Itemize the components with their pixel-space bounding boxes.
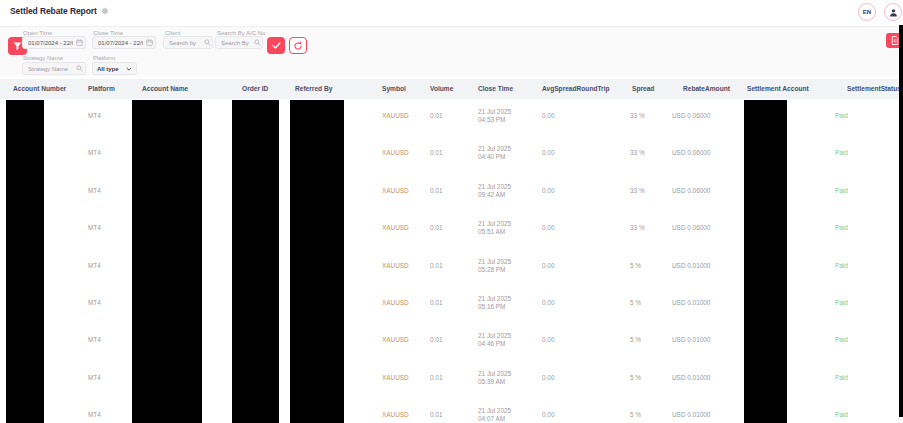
- cell-platform: MT4: [88, 262, 101, 269]
- cell-symbol: XAUUSD: [382, 112, 409, 119]
- close-date: 21 Jul 2025: [478, 220, 511, 227]
- cell-avg-spread-round-trip: 0.00: [542, 224, 554, 231]
- cell-close-time: 21 Jul 202504:40 PM: [478, 145, 511, 161]
- cell-platform: MT4: [88, 224, 101, 231]
- strategy-name-label: Strategy Name: [23, 55, 63, 61]
- cell-volume: 0.01: [430, 224, 442, 231]
- close-clock: 04:40 PM: [478, 153, 505, 160]
- cell-settlement-status: Paid: [835, 187, 848, 194]
- client-search-input[interactable]: [163, 36, 213, 49]
- cell-spread: 33 %: [630, 224, 645, 231]
- close-date: 21 Jul 2025: [478, 258, 511, 265]
- redacted-settlement-account-column: [744, 100, 787, 423]
- user-icon: [889, 8, 898, 17]
- cell-volume: 0.01: [430, 411, 442, 418]
- page-title-text: Settled Rebate Report: [10, 6, 97, 16]
- settings-gear-icon[interactable]: [101, 7, 109, 15]
- cell-settlement-status: Paid: [835, 374, 848, 381]
- cell-symbol: XAUUSD: [382, 374, 409, 381]
- column-header-spread: Spread: [632, 85, 654, 92]
- close-date: 21 Jul 2025: [478, 370, 511, 377]
- chevron-down-icon: [126, 66, 132, 72]
- cell-spread: 5 %: [630, 411, 641, 418]
- check-icon: [272, 41, 281, 50]
- cell-close-time: 21 Jul 202505:28 PM: [478, 258, 511, 274]
- apply-filter-button[interactable]: [267, 37, 285, 54]
- file-export-icon: [891, 36, 899, 45]
- cell-settlement-status: Paid: [835, 224, 848, 231]
- cell-volume: 0.01: [430, 336, 442, 343]
- cell-rebate-amount: USD 0.06000: [672, 149, 710, 156]
- cell-rebate-amount: USD 0.01000: [672, 336, 710, 343]
- strategy-name-input[interactable]: [22, 62, 86, 75]
- cell-platform: MT4: [88, 187, 101, 194]
- platform-label: Platform: [93, 55, 115, 61]
- language-button[interactable]: EN: [858, 3, 876, 21]
- cell-avg-spread-round-trip: 0.00: [542, 299, 554, 306]
- cell-avg-spread-round-trip: 0.00: [542, 336, 554, 343]
- cell-symbol: XAUUSD: [382, 262, 409, 269]
- cell-avg-spread-round-trip: 0.00: [542, 262, 554, 269]
- close-clock: 04:46 PM: [478, 340, 505, 347]
- open-time-input[interactable]: [22, 36, 86, 49]
- cell-settlement-status: Paid: [835, 299, 848, 306]
- close-time-input[interactable]: [92, 36, 156, 49]
- cell-volume: 0.01: [430, 374, 442, 381]
- column-header-close-time: Close Time: [478, 85, 513, 92]
- cell-close-time: 21 Jul 202505:16 PM: [478, 295, 511, 311]
- cell-settlement-status: Paid: [835, 411, 848, 418]
- cell-symbol: XAUUSD: [382, 149, 409, 156]
- cell-volume: 0.01: [430, 112, 442, 119]
- title-bar: Settled Rebate Report EN: [0, 0, 903, 26]
- column-header-platform: Platform: [88, 85, 115, 92]
- cell-volume: 0.01: [430, 262, 442, 269]
- cell-volume: 0.01: [430, 299, 442, 306]
- column-header-settlementstatus: SettlementStatus: [847, 85, 901, 92]
- column-header-avgspreadroundtrip: AvgSpreadRoundTrip: [542, 85, 610, 92]
- reset-filter-button[interactable]: [289, 37, 307, 54]
- language-label: EN: [863, 9, 871, 15]
- cell-rebate-amount: USD 0.06000: [672, 224, 710, 231]
- close-date: 21 Jul 2025: [478, 145, 511, 152]
- platform-select[interactable]: All type: [92, 62, 137, 75]
- cell-symbol: XAUUSD: [382, 187, 409, 194]
- cell-platform: MT4: [88, 374, 101, 381]
- cell-rebate-amount: USD 0.01000: [672, 374, 710, 381]
- cell-spread: 5 %: [630, 299, 641, 306]
- cell-platform: MT4: [88, 112, 101, 119]
- ac-no-search-input[interactable]: [215, 36, 263, 49]
- profile-button[interactable]: [884, 3, 902, 21]
- cell-avg-spread-round-trip: 0.00: [542, 411, 554, 418]
- column-header-referred-by: Referred By: [295, 85, 332, 92]
- redacted-referred-by-column: [290, 100, 344, 423]
- redacted-order-id-column: [232, 100, 279, 423]
- cell-avg-spread-round-trip: 0.00: [542, 187, 554, 194]
- column-header-account-name: Account Name: [142, 85, 188, 92]
- undo-icon: [293, 41, 303, 51]
- cell-symbol: XAUUSD: [382, 411, 409, 418]
- column-header-account-number: Account Number: [13, 85, 66, 92]
- cell-settlement-status: Paid: [835, 336, 848, 343]
- cell-close-time: 21 Jul 202504:46 PM: [478, 332, 511, 348]
- close-date: 21 Jul 2025: [478, 183, 511, 190]
- cell-platform: MT4: [88, 149, 101, 156]
- settled-rebate-report-page: Settled Rebate Report EN Open Time: [0, 0, 903, 423]
- column-header-volume: Volume: [430, 85, 453, 92]
- topbar-actions: EN: [858, 3, 902, 21]
- cell-settlement-status: Paid: [835, 149, 848, 156]
- cell-spread: 5 %: [630, 336, 641, 343]
- close-date: 21 Jul 2025: [478, 108, 511, 115]
- cell-spread: 33 %: [630, 112, 645, 119]
- close-clock: 09:42 AM: [478, 191, 505, 198]
- cell-volume: 0.01: [430, 187, 442, 194]
- cell-rebate-amount: USD 0.01000: [672, 262, 710, 269]
- cell-avg-spread-round-trip: 0.00: [542, 112, 554, 119]
- page-title: Settled Rebate Report: [10, 6, 109, 16]
- close-clock: 05:39 AM: [478, 378, 505, 385]
- cell-close-time: 21 Jul 202505:51 AM: [478, 220, 511, 236]
- close-clock: 04:07 AM: [478, 415, 505, 422]
- cell-close-time: 21 Jul 202504:53 PM: [478, 108, 511, 124]
- cell-spread: 33 %: [630, 149, 645, 156]
- cell-rebate-amount: USD 0.06000: [672, 187, 710, 194]
- cell-platform: MT4: [88, 411, 101, 418]
